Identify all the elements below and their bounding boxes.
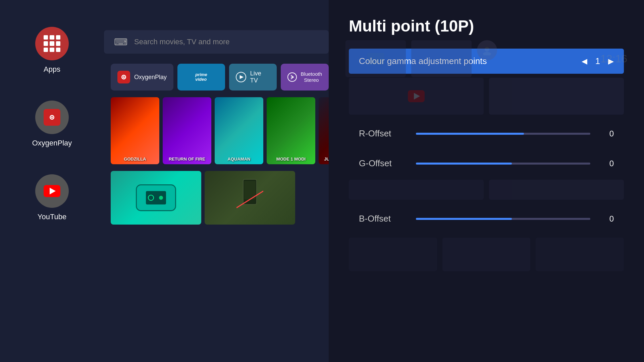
movie-aquaman-label: AQUAMAN bbox=[217, 157, 261, 162]
svg-point-13 bbox=[485, 47, 489, 52]
play-triangle bbox=[50, 188, 56, 194]
b-offset-label: B-Offset bbox=[359, 214, 406, 224]
zelda-thumbnail bbox=[111, 171, 201, 225]
sidebar-item-oxygenplay[interactable]: OxygenPlay bbox=[32, 101, 72, 147]
bluetooth-icon bbox=[287, 72, 297, 82]
panel-thumb-4 bbox=[489, 180, 624, 200]
r-offset-row: R-Offset 0 bbox=[349, 120, 624, 147]
prime-shortcut-label: primevideo bbox=[195, 72, 207, 82]
movie-justice[interactable]: JUSTICE LEAGUE bbox=[319, 97, 329, 164]
game-console-icon bbox=[136, 184, 176, 211]
r-offset-fill bbox=[416, 133, 524, 135]
grid-dot bbox=[44, 48, 48, 52]
livetv-shortcut-label: Live TV bbox=[250, 70, 270, 84]
apps-label: Apps bbox=[44, 65, 60, 74]
oxygenplay-logo bbox=[44, 109, 60, 126]
oxygenplay-shortcut-icon bbox=[117, 71, 130, 83]
bg-time: 12:16 bbox=[502, 40, 627, 77]
movie-aquaman[interactable]: AQUAMAN bbox=[215, 97, 263, 164]
sidebar-item-apps[interactable]: Apps bbox=[35, 27, 69, 74]
grid-dot bbox=[44, 35, 48, 40]
console-screen bbox=[146, 191, 166, 204]
oxygenplay-shortcut[interactable]: OxygenPlay bbox=[111, 64, 173, 90]
g-offset-fill bbox=[416, 163, 512, 165]
g-offset-track[interactable] bbox=[416, 163, 590, 165]
apps-icon bbox=[35, 27, 69, 60]
bg-thumb-2 bbox=[411, 40, 472, 77]
youtube-play-icon bbox=[44, 185, 60, 197]
panel-thumb-5 bbox=[349, 238, 437, 271]
r-offset-value: 0 bbox=[600, 129, 614, 138]
panel-thumb-2 bbox=[489, 78, 624, 115]
g-offset-row: G-Offset 0 bbox=[349, 150, 624, 177]
app-shortcuts-row: OxygenPlay primevideo Live TV BluetoothS… bbox=[104, 64, 329, 90]
movie-modi-label: MODE 1 MODI bbox=[269, 157, 313, 162]
main-content: OxygenPlay primevideo Live TV BluetoothS… bbox=[104, 0, 329, 362]
svg-point-8 bbox=[159, 196, 163, 200]
oxygenplay-shortcut-label: OxygenPlay bbox=[134, 74, 167, 81]
youtube-label: YouTube bbox=[38, 213, 66, 221]
movie-modi[interactable]: MODE 1 MODI bbox=[267, 97, 315, 164]
movie-godzilla-label: GODZILLA bbox=[113, 157, 157, 162]
bg-avatar bbox=[477, 40, 497, 60]
g-offset-label: G-Offset bbox=[359, 158, 406, 169]
livetv-icon bbox=[236, 72, 246, 82]
panel-title: Multi point (10P) bbox=[349, 17, 624, 35]
oxygenplay-sidebar-icon bbox=[35, 101, 69, 134]
panel-bg-thumbnails-top: 12:16 bbox=[345, 40, 627, 77]
oxy-dot-icon bbox=[50, 115, 54, 120]
grid-dot bbox=[50, 48, 54, 52]
video-row bbox=[104, 171, 329, 225]
svg-rect-12 bbox=[367, 53, 384, 65]
movie-return-label: RETURN OF FIRE bbox=[165, 157, 209, 162]
g-offset-value: 0 bbox=[600, 159, 614, 168]
svg-point-14 bbox=[483, 52, 491, 55]
bg-thumb-1 bbox=[345, 40, 406, 77]
movie-return[interactable]: RETURN OF FIRE bbox=[163, 97, 211, 164]
panel-thumb-3 bbox=[349, 180, 484, 200]
grid-dot bbox=[56, 48, 60, 52]
sidebar-item-youtube[interactable]: YouTube bbox=[35, 174, 69, 221]
bluetooth-shortcut-label: BluetoothStereo bbox=[301, 71, 322, 83]
panel-thumb-yt bbox=[349, 78, 484, 115]
grid-dot bbox=[44, 41, 48, 46]
panel-thumb-6 bbox=[442, 238, 531, 271]
panel-thumb-7 bbox=[536, 238, 624, 271]
movie-justice-label: JUSTICE LEAGUE bbox=[321, 157, 329, 162]
livetv-shortcut[interactable]: Live TV bbox=[229, 64, 277, 90]
video-phone[interactable] bbox=[205, 171, 295, 225]
panel-mid-bottom-thumbs bbox=[349, 180, 624, 200]
prime-shortcut[interactable]: primevideo bbox=[177, 64, 225, 90]
panel-mid-thumbs bbox=[349, 78, 624, 115]
grid-dot bbox=[56, 41, 60, 46]
b-offset-value: 0 bbox=[600, 214, 614, 224]
oxy-dot bbox=[121, 75, 126, 79]
grid-dot bbox=[50, 35, 54, 40]
bluetooth-shortcut[interactable]: BluetoothStereo bbox=[281, 64, 329, 90]
phone-icon bbox=[236, 178, 263, 218]
video-zelda[interactable] bbox=[111, 171, 201, 225]
b-offset-track[interactable] bbox=[416, 218, 590, 220]
grid-dot bbox=[50, 41, 54, 46]
grid-dots-icon bbox=[44, 35, 60, 52]
r-offset-track[interactable] bbox=[416, 133, 590, 135]
sidebar: Apps OxygenPlay YouTube bbox=[0, 0, 104, 362]
grid-dot bbox=[56, 35, 60, 40]
youtube-sidebar-icon bbox=[35, 174, 69, 208]
movies-row: GODZILLA RETURN OF FIRE AQUAMAN MODE 1 M… bbox=[104, 97, 329, 164]
svg-marker-4 bbox=[239, 75, 244, 79]
phone-thumbnail bbox=[205, 171, 295, 225]
b-offset-fill bbox=[416, 218, 512, 220]
panel-bottom-thumbs bbox=[349, 238, 624, 271]
movie-godzilla[interactable]: GODZILLA bbox=[111, 97, 159, 164]
b-offset-row: B-Offset 0 bbox=[349, 205, 624, 232]
oxygenplay-label: OxygenPlay bbox=[32, 139, 72, 147]
settings-panel: 12:16 Multi point (10P) Colour gamma adj… bbox=[329, 0, 644, 362]
r-offset-label: R-Offset bbox=[359, 128, 406, 139]
